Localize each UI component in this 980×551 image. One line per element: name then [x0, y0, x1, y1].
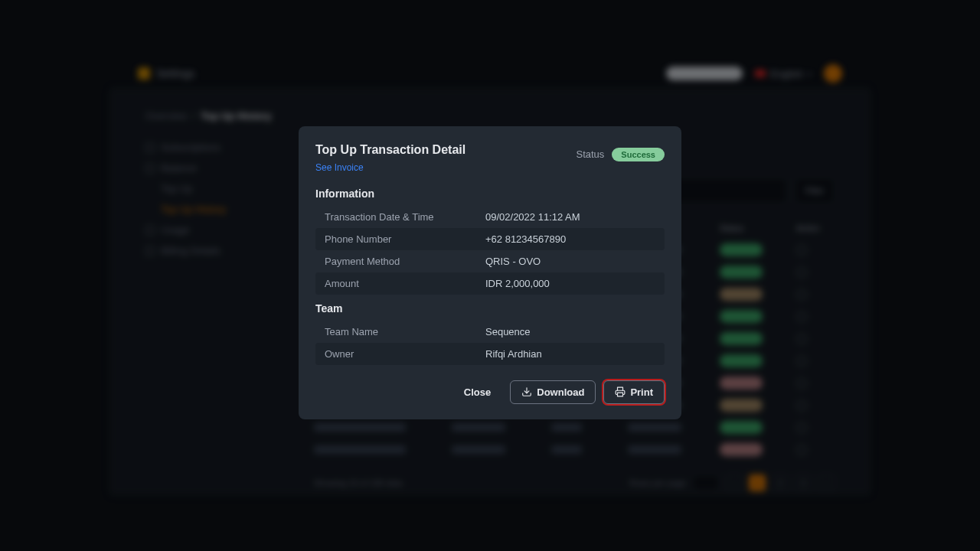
info-value: 09/02/2022 11:12 AM	[485, 211, 580, 223]
info-value: Rifqi Ardhian	[485, 348, 542, 360]
modal-title: Top Up Transaction Detail	[315, 143, 466, 157]
info-row-team-name: Team Name Sequence	[315, 321, 665, 343]
info-row-datetime: Transaction Date & Time 09/02/2022 11:12…	[315, 206, 665, 228]
info-key: Owner	[325, 348, 485, 360]
print-button[interactable]: Print	[603, 380, 665, 404]
info-value: +62 81234567890	[485, 233, 566, 245]
status-label: Status	[576, 148, 604, 160]
download-icon	[521, 386, 532, 397]
info-key: Payment Method	[325, 256, 485, 267]
info-value: QRIS - OVO	[485, 256, 541, 267]
info-key: Phone Number	[325, 233, 485, 245]
info-value: Sequence	[485, 326, 531, 337]
info-row-payment: Payment Method QRIS - OVO	[315, 250, 665, 272]
see-invoice-link[interactable]: See Invoice	[315, 162, 364, 173]
info-key: Transaction Date & Time	[325, 211, 485, 223]
download-button-label: Download	[537, 386, 584, 398]
section-title-information: Information	[315, 187, 665, 200]
info-row-phone: Phone Number +62 81234567890	[315, 228, 665, 250]
svg-rect-1	[618, 393, 623, 396]
close-button-label: Close	[464, 386, 491, 398]
download-button[interactable]: Download	[510, 380, 596, 404]
transaction-detail-modal: Top Up Transaction Detail See Invoice St…	[299, 126, 681, 419]
status-badge: Success	[612, 148, 665, 161]
info-row-amount: Amount IDR 2,000,000	[315, 272, 665, 295]
print-icon	[615, 386, 626, 397]
modal-overlay: Top Up Transaction Detail See Invoice St…	[0, 0, 980, 551]
section-title-team: Team	[315, 302, 665, 315]
print-button-label: Print	[630, 386, 653, 398]
info-key: Team Name	[325, 326, 485, 337]
info-key: Amount	[325, 278, 485, 289]
info-value: IDR 2,000,000	[485, 278, 550, 289]
close-button[interactable]: Close	[452, 380, 502, 404]
info-row-owner: Owner Rifqi Ardhian	[315, 343, 665, 365]
